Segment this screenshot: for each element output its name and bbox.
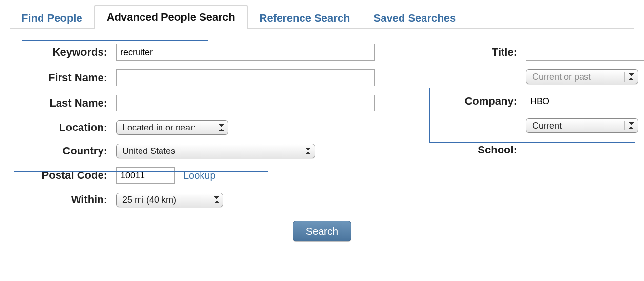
country-label: Country: (10, 145, 116, 157)
postal-lookup-link[interactable]: Lookup (183, 170, 216, 181)
postal-code-label: Postal Code: (10, 169, 116, 182)
country-select[interactable]: United States (116, 144, 315, 158)
company-input[interactable] (526, 93, 644, 109)
within-select[interactable]: 25 mi (40 km) (116, 193, 223, 207)
school-label: School: (439, 144, 526, 156)
location-select-value: Located in or near: (122, 123, 196, 133)
location-label: Location: (10, 121, 116, 134)
title-input[interactable] (526, 44, 644, 61)
location-select[interactable]: Located in or near: (116, 120, 228, 135)
within-label: Within: (10, 194, 116, 206)
title-scope-select[interactable]: Current or past (526, 69, 638, 84)
last-name-label: Last Name: (10, 97, 116, 109)
first-name-input[interactable] (116, 69, 375, 86)
tab-saved-searches[interactable]: Saved Searches (362, 7, 467, 29)
company-scope-value: Current (532, 121, 562, 131)
tab-advanced-people-search[interactable]: Advanced People Search (94, 5, 248, 29)
last-name-input[interactable] (116, 95, 375, 111)
company-label: Company: (439, 95, 526, 108)
within-select-value: 25 mi (40 km) (122, 195, 176, 205)
keywords-label: Keywords: (10, 46, 116, 59)
title-scope-value: Current or past (532, 72, 591, 82)
title-label: Title: (439, 46, 526, 59)
search-button[interactable]: Search (293, 221, 352, 241)
postal-code-input[interactable] (116, 167, 175, 184)
search-tabs: Find People Advanced People Search Refer… (10, 5, 634, 29)
country-select-value: United States (122, 146, 175, 156)
tab-reference-search[interactable]: Reference Search (248, 7, 362, 29)
school-input[interactable] (526, 142, 644, 158)
tab-find-people[interactable]: Find People (10, 7, 94, 29)
keywords-input[interactable] (116, 44, 375, 61)
first-name-label: First Name: (10, 71, 116, 84)
company-scope-select[interactable]: Current (526, 118, 638, 133)
